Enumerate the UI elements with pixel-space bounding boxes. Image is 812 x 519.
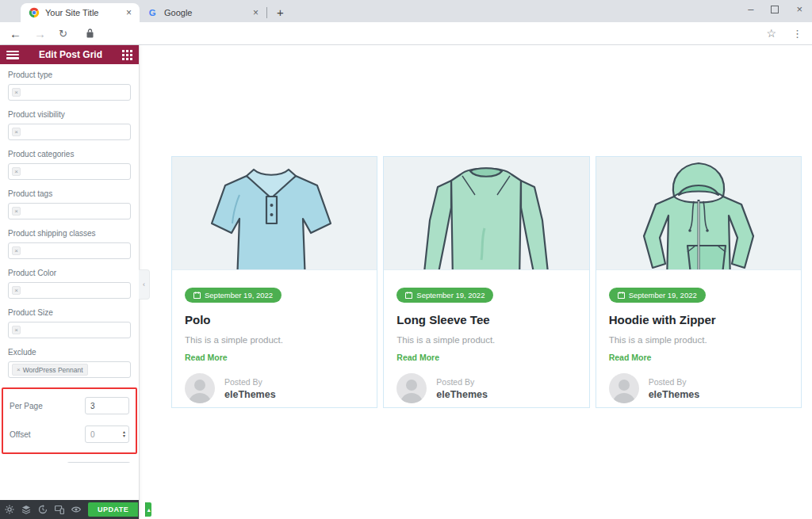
per-page-row: Per Page <box>10 397 129 414</box>
posted-by-label: Posted By <box>224 377 276 387</box>
per-page-input[interactable] <box>85 397 129 414</box>
clear-icon[interactable]: × <box>12 128 21 136</box>
order-by-row: Order By Date ▾ <box>8 462 131 463</box>
card-body: September 19, 2022 Long Sleeve Tee This … <box>384 270 588 403</box>
menu-icon[interactable] <box>6 51 19 59</box>
product-color-input[interactable]: × <box>8 282 131 299</box>
tab-google[interactable]: G Google × <box>140 3 266 22</box>
author-meta: Posted By eleThemes <box>436 377 488 400</box>
field-label: Product categories <box>8 150 131 158</box>
browser-menu-icon[interactable]: ⋮ <box>792 28 802 40</box>
forward-icon[interactable]: → <box>34 27 46 40</box>
author-name[interactable]: eleThemes <box>436 389 488 400</box>
person-icon <box>396 373 427 403</box>
date-badge: September 19, 2022 <box>185 288 282 303</box>
exclude-input[interactable]: × WordPress Pennant <box>8 361 131 378</box>
browser-window: Your Site Title × G Google × + – × ← → ↻… <box>0 0 812 519</box>
card-body: September 19, 2022 Hoodie with Zipper Th… <box>596 270 801 403</box>
avatar <box>396 373 427 403</box>
author-name[interactable]: eleThemes <box>649 389 700 400</box>
product-type-input[interactable]: × <box>8 84 131 101</box>
step-down-icon[interactable]: ▾ <box>123 434 125 438</box>
back-icon[interactable]: ← <box>10 27 21 40</box>
maximize-icon[interactable] <box>771 6 779 13</box>
post-excerpt: This is a simple product. <box>396 335 576 345</box>
field-label: Exclude <box>8 348 131 357</box>
update-button[interactable]: UPDATE <box>88 502 138 517</box>
chrome-icon <box>29 7 40 18</box>
post-title[interactable]: Long Sleeve Tee <box>396 313 576 326</box>
navigator-layers-icon[interactable] <box>21 505 31 514</box>
field-label: Product shipping classes <box>8 229 131 238</box>
read-more-link[interactable]: Read More <box>396 353 439 362</box>
product-tags-input[interactable]: × <box>8 203 131 219</box>
responsive-mode-icon[interactable] <box>55 505 64 514</box>
tab-strip: Your Site Title × G Google × + – × <box>0 0 812 22</box>
author-row: Posted By eleThemes <box>185 373 364 403</box>
tab-close-icon[interactable]: × <box>253 7 259 18</box>
post-excerpt: This is a simple product. <box>609 335 788 345</box>
elementor-sidebar: Edit Post Grid Product type × Product vi… <box>0 45 139 519</box>
offset-row: Offset 0 ▴ ▾ <box>10 426 129 443</box>
read-more-link[interactable]: Read More <box>185 353 228 362</box>
post-title[interactable]: Polo <box>185 313 364 326</box>
offset-value: 0 <box>86 430 123 439</box>
post-title[interactable]: Hoodie with Zipper <box>609 313 788 326</box>
page-content: September 19, 2022 Polo This is a simple… <box>0 45 812 519</box>
reload-icon[interactable]: ↻ <box>59 28 67 40</box>
person-icon <box>609 373 639 403</box>
read-more-link[interactable]: Read More <box>609 353 652 362</box>
hoodie-illustration <box>611 157 786 270</box>
widgets-grid-icon[interactable] <box>122 50 132 60</box>
tab-title: Your Site Title <box>45 8 121 17</box>
product-image-polo <box>172 157 377 270</box>
history-icon[interactable] <box>38 505 48 514</box>
card-body: September 19, 2022 Polo This is a simple… <box>172 270 377 403</box>
posted-by-label: Posted By <box>649 377 700 387</box>
product-categories-input[interactable]: × <box>8 163 131 180</box>
preview-eye-icon[interactable] <box>71 505 81 514</box>
minimize-icon[interactable]: – <box>748 3 753 15</box>
product-card-hoodie-with-zipper[interactable]: September 19, 2022 Hoodie with Zipper Th… <box>596 156 802 408</box>
offset-input[interactable]: 0 ▴ ▾ <box>85 426 129 443</box>
clear-icon[interactable]: × <box>12 88 21 97</box>
stepper-arrows[interactable]: ▴ ▾ <box>123 430 128 438</box>
calendar-icon <box>618 292 625 299</box>
order-by-select[interactable]: Date ▾ <box>67 462 131 463</box>
sidebar-header: Edit Post Grid <box>0 45 139 64</box>
date-text: September 19, 2022 <box>205 291 273 300</box>
field-label: Product visibility <box>8 110 131 119</box>
clear-icon[interactable]: × <box>12 207 21 216</box>
exclude-chip[interactable]: × WordPress Pennant <box>12 364 88 376</box>
date-badge: September 19, 2022 <box>396 288 493 303</box>
author-name[interactable]: eleThemes <box>224 389 276 400</box>
product-shipping-classes-input[interactable]: × <box>8 242 131 259</box>
polo-shirt-illustration <box>187 157 362 270</box>
clear-icon[interactable]: × <box>12 167 21 176</box>
red-highlight-annotation: Per Page Offset 0 ▴ ▾ <box>2 387 137 454</box>
field-label: Product Color <box>8 269 131 277</box>
product-card-polo[interactable]: September 19, 2022 Polo This is a simple… <box>171 156 377 408</box>
calendar-icon <box>193 292 201 299</box>
remove-chip-icon[interactable]: × <box>17 366 21 373</box>
tab-your-site-title[interactable]: Your Site Title × <box>21 3 140 22</box>
product-size-input[interactable]: × <box>8 322 131 338</box>
bookmark-star-icon[interactable]: ☆ <box>766 27 776 40</box>
window-close-icon[interactable]: × <box>796 3 802 15</box>
update-options-icon[interactable]: ▲ <box>145 502 151 517</box>
field-label: Product Size <box>8 308 131 317</box>
settings-gear-icon[interactable] <box>5 505 14 514</box>
clear-icon[interactable]: × <box>12 326 21 334</box>
field-label: Product tags <box>8 189 131 198</box>
date-badge: September 19, 2022 <box>609 288 706 303</box>
tab-close-icon[interactable]: × <box>126 7 132 18</box>
clear-icon[interactable]: × <box>12 246 21 255</box>
new-tab-button[interactable]: + <box>277 6 284 19</box>
author-row: Posted By eleThemes <box>396 373 576 403</box>
product-card-long-sleeve-tee[interactable]: September 19, 2022 Long Sleeve Tee This … <box>383 156 589 408</box>
clear-icon[interactable]: × <box>12 286 21 295</box>
sidebar-footer: UPDATE ▲ <box>0 500 139 519</box>
offset-label: Offset <box>10 430 31 439</box>
sidebar-collapse-handle[interactable]: ‹ <box>139 269 150 300</box>
product-visibility-input[interactable]: × <box>8 124 131 140</box>
